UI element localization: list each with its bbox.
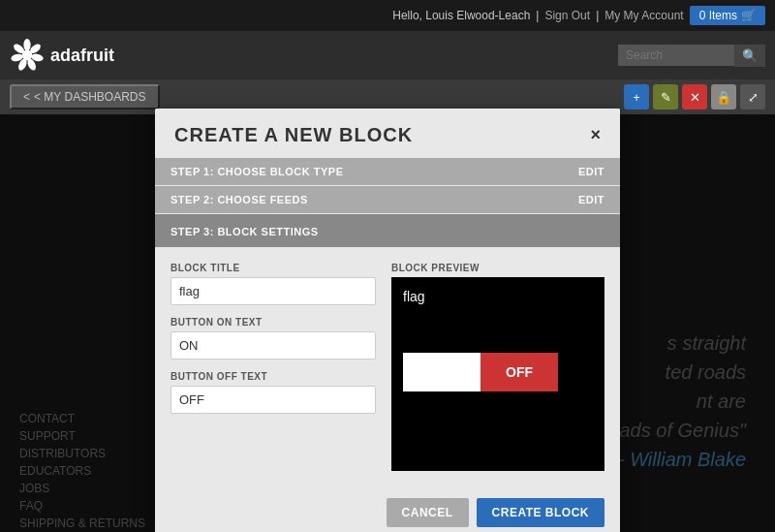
greeting-text: Hello, Louis Elwood-Leach <box>392 9 530 22</box>
preview-box: flag OFF <box>391 277 604 471</box>
modal-overlay: CREATE A NEW BLOCK × STEP 1: CHOOSE BLOC… <box>0 114 775 532</box>
modal-title: CREATE A NEW BLOCK <box>174 124 413 146</box>
search-area: 🔍 <box>618 45 765 67</box>
delete-icon[interactable]: ✕ <box>682 84 707 110</box>
toggle-on-area[interactable] <box>403 353 480 391</box>
button-off-input[interactable] <box>170 386 376 414</box>
search-button[interactable]: 🔍 <box>734 45 765 67</box>
cart-icon: 🛒 <box>741 9 756 22</box>
cart-button[interactable]: 0 Items 🛒 <box>690 6 765 25</box>
button-on-input[interactable] <box>170 331 376 360</box>
chevron-left-icon: < <box>23 90 30 104</box>
logo-text: adafruit <box>50 46 114 66</box>
step1-edit-button[interactable]: EDIT <box>578 166 604 177</box>
logo-area[interactable]: adafruit <box>10 38 114 73</box>
toggle-container: OFF <box>403 353 593 391</box>
cancel-button[interactable]: CANCEL <box>387 498 469 527</box>
toggle-off-area[interactable]: OFF <box>480 353 558 391</box>
dashboard-icon-group: + ✎ ✕ 🔒 ⤢ <box>624 84 765 110</box>
cart-label: 0 Items <box>699 9 737 22</box>
block-title-group: BLOCK TITLE <box>170 263 376 305</box>
lock-icon[interactable]: 🔒 <box>711 84 736 110</box>
my-account-link[interactable]: My My Account <box>604 9 683 22</box>
add-block-icon[interactable]: + <box>624 84 649 110</box>
preview-flag-title: flag <box>403 289 593 304</box>
modal-body: BLOCK TITLE BUTTON ON TEXT BUTTON OFF TE… <box>155 247 620 486</box>
form-section: BLOCK TITLE BUTTON ON TEXT BUTTON OFF TE… <box>170 263 376 471</box>
preview-section: BLOCK PREVIEW flag OFF <box>391 263 604 471</box>
block-title-input[interactable] <box>170 277 376 305</box>
my-dashboards-button[interactable]: < < MY DASHBOARDS <box>10 84 160 110</box>
button-on-group: BUTTON ON TEXT <box>170 317 376 360</box>
expand-icon[interactable]: ⤢ <box>740 84 765 110</box>
bg-content: CONTACT SUPPORT DISTRIBUTORS EDUCATORS J… <box>0 114 775 532</box>
toggle-off-label: OFF <box>506 364 533 380</box>
step3-label: STEP 3: BLOCK SETTINGS <box>170 226 319 237</box>
modal-footer: CANCEL CREATE BLOCK <box>155 486 620 533</box>
button-off-group: BUTTON OFF TEXT <box>170 371 376 414</box>
modal-header: CREATE A NEW BLOCK × <box>155 109 620 158</box>
modal-dialog: CREATE A NEW BLOCK × STEP 1: CHOOSE BLOC… <box>155 109 620 533</box>
step2-edit-button[interactable]: EDIT <box>578 194 604 205</box>
create-block-button[interactable]: CREATE BLOCK <box>477 498 604 527</box>
step1-label: STEP 1: CHOOSE BLOCK TYPE <box>170 166 344 177</box>
block-title-label: BLOCK TITLE <box>170 263 376 273</box>
my-dashboards-label: < MY DASHBOARDS <box>34 90 145 104</box>
edit-icon[interactable]: ✎ <box>653 84 678 110</box>
button-on-label: BUTTON ON TEXT <box>170 317 376 328</box>
step2-label: STEP 2: CHOOSE FEEDS <box>170 194 308 205</box>
preview-label: BLOCK PREVIEW <box>391 263 604 273</box>
modal-close-button[interactable]: × <box>590 126 601 143</box>
step3-header: STEP 3: BLOCK SETTINGS <box>155 214 620 247</box>
nav-bar: adafruit 🔍 <box>0 31 775 79</box>
sign-out-link[interactable]: Sign Out <box>544 9 590 22</box>
top-bar: Hello, Louis Elwood-Leach | Sign Out | M… <box>0 0 775 31</box>
svg-point-1 <box>23 39 30 51</box>
step1-row: STEP 1: CHOOSE BLOCK TYPE EDIT <box>155 158 620 185</box>
step2-row: STEP 2: CHOOSE FEEDS EDIT <box>155 186 620 213</box>
search-input[interactable] <box>618 45 734 66</box>
adafruit-logo-icon <box>10 38 45 73</box>
button-off-label: BUTTON OFF TEXT <box>170 371 376 382</box>
